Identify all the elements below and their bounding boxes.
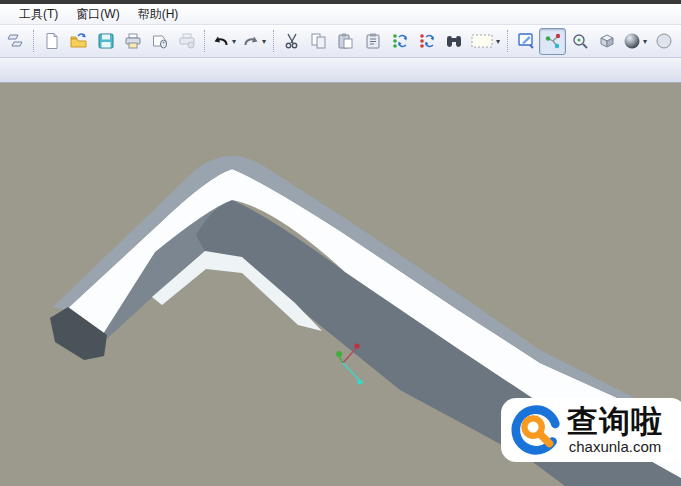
binoculars-icon	[445, 32, 463, 50]
toolbar-regenerate[interactable]	[386, 28, 413, 55]
sphere-outline-icon	[655, 32, 673, 50]
spin-center-green-dot	[336, 351, 342, 357]
toolbar-saved-views[interactable]	[593, 28, 620, 55]
toolbar-repaint[interactable]	[512, 28, 539, 55]
toolbar-separator	[33, 30, 34, 52]
undo-icon	[212, 32, 230, 50]
toolbar-regenerate-failed[interactable]	[413, 28, 440, 55]
secondary-toolbar-row	[0, 58, 681, 83]
menu-item-window[interactable]: 窗口(W)	[67, 4, 128, 25]
repaint-icon	[517, 32, 535, 50]
toolbar-clipped-button[interactable]	[650, 28, 677, 55]
new-file-icon	[43, 32, 61, 50]
menu-item-tools[interactable]: 工具(T)	[10, 4, 67, 25]
toolbar-copy[interactable]	[305, 28, 332, 55]
print-icon	[124, 32, 142, 50]
print-preview-icon	[151, 32, 169, 50]
menu-bar: 工具(T)窗口(W)帮助(H)	[0, 4, 681, 25]
watermark: 查询啦 chaxunla.com	[501, 398, 681, 462]
toolbar-separator	[273, 30, 274, 52]
open-folder-icon	[70, 32, 88, 50]
toolbar-print[interactable]	[119, 28, 146, 55]
dropdown-arrow-icon[interactable]: ▾	[643, 37, 647, 46]
toolbar-buttons: ▾▾▾▾	[0, 25, 681, 58]
dropdown-arrow-icon[interactable]: ▾	[262, 37, 266, 46]
paste-special-icon	[364, 32, 382, 50]
menu-item-help[interactable]: 帮助(H)	[129, 4, 188, 25]
watermark-domain: chaxunla.com	[569, 439, 662, 455]
saved-views-icon	[598, 32, 616, 50]
toolbar-print-setup[interactable]	[173, 28, 200, 55]
toolbar-separator	[507, 30, 508, 52]
3d-viewport[interactable]: 查询啦 chaxunla.com	[0, 83, 681, 486]
dropdown-arrow-icon[interactable]: ▾	[496, 37, 500, 46]
toolbar-display-style[interactable]: ▾	[620, 28, 650, 55]
toolbar-separator	[204, 30, 205, 52]
spin-center-icon	[544, 32, 562, 50]
model-tree-icon	[7, 32, 25, 50]
toolbar-open-file[interactable]	[65, 28, 92, 55]
print-setup-icon	[178, 32, 196, 50]
sphere-icon	[623, 32, 641, 50]
orient-icon	[571, 32, 589, 50]
regenerate-red-icon	[418, 32, 436, 50]
toolbar-paste[interactable]	[332, 28, 359, 55]
chaxunla-logo-icon	[509, 403, 563, 457]
toolbar-selection-filter[interactable]: ▾	[467, 28, 503, 55]
redo-icon	[242, 32, 260, 50]
application-window: 工具(T)窗口(W)帮助(H) ▾▾▾▾	[0, 0, 681, 486]
toolbar-find[interactable]	[440, 28, 467, 55]
save-icon	[97, 32, 115, 50]
toolbar-cut[interactable]	[278, 28, 305, 55]
cut-icon	[283, 32, 301, 50]
toolbar-model-tree[interactable]	[2, 28, 29, 55]
spin-center-red-dot	[354, 343, 359, 348]
toolbar-print-preview[interactable]	[146, 28, 173, 55]
toolbar-orient-mode[interactable]	[566, 28, 593, 55]
dropdown-arrow-icon[interactable]: ▾	[232, 37, 236, 46]
toolbar-paste-special[interactable]	[359, 28, 386, 55]
toolbar-undo[interactable]: ▾	[209, 28, 239, 55]
copy-icon	[310, 32, 328, 50]
regenerate-green-icon	[391, 32, 409, 50]
spin-center-cyan-dot	[357, 379, 362, 384]
toolbar-spin-center[interactable]	[539, 28, 566, 55]
watermark-brand: 查询啦	[567, 406, 663, 438]
paste-icon	[337, 32, 355, 50]
toolbar-save[interactable]	[92, 28, 119, 55]
toolbar-new-file[interactable]	[38, 28, 65, 55]
selection-box-icon	[470, 32, 494, 50]
toolbar-redo[interactable]: ▾	[239, 28, 269, 55]
